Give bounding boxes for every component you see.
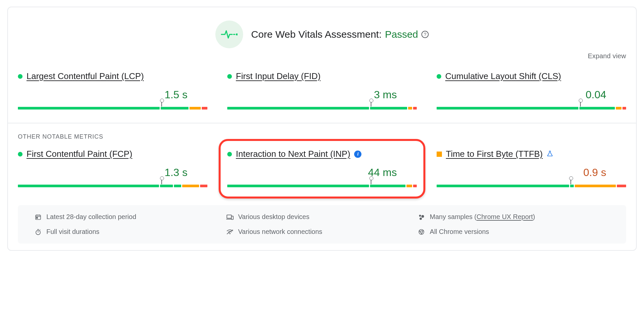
gauge-marker [161,179,163,185]
metric-gauge [18,103,207,110]
metric-gauge [437,181,626,187]
chrome-icon [418,229,425,235]
gauge-segment [575,185,616,187]
status-dot [437,74,441,79]
status-dot [227,152,232,156]
metric-name-link[interactable]: First Input Delay (FID) [236,71,321,81]
metric-name-link[interactable]: Cumulative Layout Shift (CLS) [445,71,561,81]
assessment-title: Core Web Vitals Assessment: Passed ? [251,29,429,40]
gauge-segment [182,185,199,187]
footer-devices: Various desktop devices [226,213,418,221]
footer-network: Various network connections [226,228,418,236]
metric-value: 0.04 [437,89,626,101]
help-icon[interactable]: ? [421,31,429,38]
metric-title-row: Time to First Byte (TTFB) [437,149,626,159]
status-dot [227,74,232,79]
gauge-segment [437,107,578,110]
metric-name-link[interactable]: First Contentful Paint (FCP) [27,149,132,159]
gauge-segment [200,185,207,187]
footer: Latest 28-day collection period Various … [18,205,626,244]
vitals-card: Core Web Vitals Assessment: Passed ? Exp… [7,7,637,251]
gauge-segment [160,185,173,187]
gauge-segment [189,107,201,110]
gauge-segment [437,185,569,187]
metric-value: 44 ms [227,166,417,179]
gauge-marker [161,101,163,107]
gauge-marker [371,101,372,107]
calendar-icon [34,214,42,220]
vitals-pulse-icon [215,21,243,48]
status-dot [18,74,23,79]
svg-point-1 [236,33,238,35]
crux-report-link[interactable]: Chrome UX Report [476,213,533,220]
other-metrics-label: OTHER NOTABLE METRICS [18,133,626,140]
gauge-segment [617,185,626,187]
footer-durations: Full visit durations [34,228,226,236]
gauge-marker [570,179,572,185]
metric-title-row: Largest Contentful Paint (LCP) [18,71,207,81]
gauge-segment [579,107,615,110]
devices-icon [226,214,234,220]
metric-name-link[interactable]: Largest Contentful Paint (LCP) [27,71,144,81]
gauge-segment [202,107,207,110]
svg-point-11 [421,215,424,218]
title-prefix: Core Web Vitals Assessment: [251,29,382,40]
gauge-segment [413,107,417,110]
gauge-segment [408,107,412,110]
svg-rect-7 [227,215,231,218]
gauge-segment [174,185,181,187]
gauge-segment [227,185,369,187]
metric-value: 3 ms [227,89,417,101]
svg-rect-6 [36,217,37,218]
gauge-segment [370,107,407,110]
stopwatch-icon [34,229,42,235]
svg-point-12 [420,217,422,220]
assessment-status: Passed [385,29,418,40]
gauge-segment [570,185,574,187]
metric-title-row: Cumulative Layout Shift (CLS) [437,71,626,81]
metric-gauge [437,103,626,110]
svg-point-10 [419,215,421,217]
svg-rect-9 [231,216,233,219]
footer-chrome: All Chrome versions [418,228,610,236]
gauge-segment [18,107,160,110]
flask-icon[interactable] [547,149,553,159]
metric-value: 1.5 s [18,89,207,101]
samples-icon [418,214,425,220]
gauge-segment [622,107,626,110]
metric: First Input Delay (FID)3 ms [227,71,417,110]
metric-title-row: First Input Delay (FID) [227,71,417,81]
gauge-segment [406,185,412,187]
metric: Interaction to Next Paint (INP)i44 ms [227,149,417,187]
gauge-segment [413,185,417,187]
gauge-segment [616,107,621,110]
gauge-marker [580,101,581,107]
network-icon [226,229,234,235]
other-metrics-grid: First Contentful Paint (FCP)1.3 sInterac… [18,149,626,187]
svg-line-16 [40,230,40,230]
metric-gauge [18,181,207,187]
footer-samples: Many samples (Chrome UX Report) [418,213,610,221]
gauge-segment [161,107,188,110]
metric-name-link[interactable]: Interaction to Next Paint (INP) [236,149,350,159]
header: Core Web Vitals Assessment: Passed ? [18,21,626,48]
metric: Cumulative Layout Shift (CLS)0.04 [437,71,626,110]
metric-name-link[interactable]: Time to First Byte (TTFB) [446,149,543,159]
divider [8,123,636,123]
metric-title-row: First Contentful Paint (FCP) [18,149,207,159]
info-icon[interactable]: i [354,151,361,158]
gauge-marker [371,179,372,185]
metric-title-row: Interaction to Next Paint (INP)i [227,149,417,159]
metric-gauge [227,181,417,187]
gauge-segment [370,185,405,187]
expand-view-link[interactable]: Expand view [18,52,626,60]
status-square-orange [437,152,442,157]
gauge-segment [18,185,159,187]
footer-period: Latest 28-day collection period [34,213,226,221]
metric: Largest Contentful Paint (LCP)1.5 s [18,71,207,110]
metric-gauge [227,103,417,110]
metric: First Contentful Paint (FCP)1.3 s [18,149,207,187]
status-dot [18,152,23,156]
core-metrics-grid: Largest Contentful Paint (LCP)1.5 sFirst… [18,71,626,110]
metric-value: 1.3 s [18,166,207,179]
